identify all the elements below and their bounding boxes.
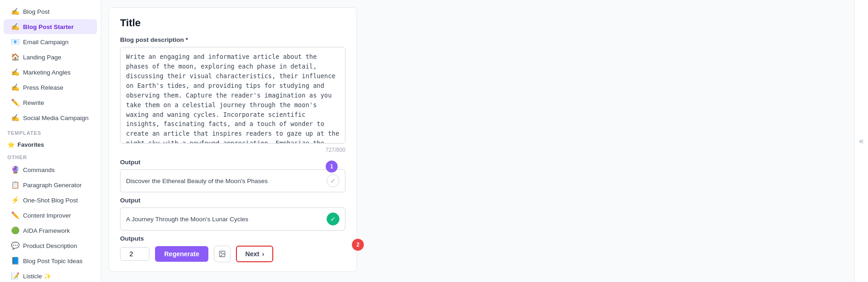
sidebar-item-content-improver[interactable]: ✏️ Content Improver [4,208,97,223]
sidebar-item-label-paragraph-generator: Paragraph Generator [23,182,82,189]
outputs-controls-row: Regenerate Next › [120,246,345,262]
listicle-icon: 📝 [11,272,19,280]
sidebar-item-email-campaign[interactable]: 📧 Email Campaign [4,35,97,49]
blog-post-icon: ✍️ [11,7,19,16]
output-row-1: Discover the Ethereal Beauty of the Moon… [120,169,345,192]
sidebar-item-label-email-campaign: Email Campaign [23,39,69,46]
product-description-icon: 💬 [11,242,19,250]
sidebar-item-one-shot-blog-post[interactable]: ⚡ One-Shot Blog Post [4,193,97,207]
paragraph-generator-icon: 📋 [11,181,19,189]
favorites-label: Favorites [17,141,44,148]
right-collapse-panel[interactable]: « [854,0,868,282]
output-label-1: Output [120,159,345,166]
outputs-label: Outputs [120,235,345,242]
char-count: 727/800 [120,147,345,153]
sidebar-item-label-product-description: Product Description [23,242,77,249]
image-icon-button[interactable] [214,246,230,262]
sidebar-item-label-blog-post-starter: Blog Post Starter [23,23,74,30]
sidebar-item-label-rewrite: Rewrite [23,99,44,106]
next-button[interactable]: Next › [236,246,273,262]
sidebar-item-marketing-angles[interactable]: ✍️ Marketing Angles [4,65,97,80]
one-shot-blog-post-icon: ⚡ [11,196,19,204]
email-campaign-icon: 📧 [11,38,19,46]
aida-framework-icon: 🟢 [11,226,19,235]
landing-page-icon: 🏠 [11,53,19,61]
other-section-label: Other [0,150,101,162]
step-badge-2: 2 [352,239,364,251]
marketing-angles-icon: ✍️ [11,68,19,76]
sidebar-item-paragraph-generator[interactable]: 📋 Paragraph Generator [4,178,97,192]
templates-section-label: TEMPLATES [0,126,101,138]
sidebar-item-social-media-campaign[interactable]: ✍️ Social Media Campaign [4,110,97,125]
sidebar-item-label-content-improver: Content Improver [23,212,71,219]
sidebar-item-label-social-media-campaign: Social Media Campaign [23,115,89,121]
output-check-btn-1[interactable]: ✓ [327,174,339,187]
blog-post-topic-ideas-icon: 📘 [11,257,19,265]
outputs-section: 2 Outputs Regenerate Next › [120,235,345,262]
sidebar-item-blog-post[interactable]: ✍️ Blog Post [4,4,97,19]
press-release-icon: ✍️ [11,83,19,92]
sidebar-item-label-blog-post-topic-ideas: Blog Post Topic Ideas [23,258,83,265]
sidebar-item-label-press-release: Press Release [23,84,63,91]
content-panel: Title Blog post description * 727/800 Ou… [109,7,357,272]
sidebar-item-commands[interactable]: 🔮 Commands [4,162,97,177]
output-text-1: Discover the Ethereal Beauty of the Moon… [126,178,327,184]
sidebar-item-label-aida-framework: AIDA Framework [23,227,70,234]
output-text-2: A Journey Through the Moon's Lunar Cycle… [126,216,327,223]
content-improver-icon: ✏️ [11,211,19,219]
sidebar-item-landing-page[interactable]: 🏠 Landing Page [4,50,97,64]
output-check-btn-2[interactable]: ✓ [327,213,339,225]
sidebar-item-aida-framework[interactable]: 🟢 AIDA Framework [4,223,97,238]
sidebar-item-label-blog-post: Blog Post [23,8,50,15]
next-arrow-icon: › [262,250,264,258]
sidebar-item-label-marketing-angles: Marketing Angles [23,69,71,76]
sidebar-item-product-description[interactable]: 💬 Product Description [4,238,97,253]
sidebar-item-label-landing-page: Landing Page [23,54,61,61]
description-field-label: Blog post description * [120,36,345,43]
output-row-2: A Journey Through the Moon's Lunar Cycle… [120,207,345,230]
step-badge-1: 1 [326,161,338,173]
outputs-number-input[interactable] [120,247,149,261]
sidebar-item-label-one-shot-blog-post: One-Shot Blog Post [23,197,78,204]
sidebar-item-blog-post-starter[interactable]: ✍️ Blog Post Starter [4,19,97,34]
next-button-label: Next [245,250,259,258]
page-title: Title [120,17,345,29]
sidebar-item-listicle[interactable]: 📝 Listicle ✨ [4,269,97,282]
sidebar: ✍️ Blog Post ✍️ Blog Post Starter 📧 Emai… [0,0,101,282]
sidebar-item-label-listicle: Listicle ✨ [23,272,52,280]
sidebar-item-press-release[interactable]: ✍️ Press Release [4,80,97,95]
blog-post-starter-icon: ✍️ [11,23,19,31]
favorites-star-icon: ⭐ [7,141,15,148]
svg-point-1 [221,253,222,253]
output-label-2: Output [120,197,345,204]
main-content: Title Blog post description * 727/800 Ou… [101,0,854,282]
rewrite-icon: ✏️ [11,98,19,107]
regenerate-button[interactable]: Regenerate [155,246,208,262]
collapse-icon: « [859,136,863,146]
favorites-section: ⭐ Favorites [0,138,101,150]
sidebar-item-label-commands: Commands [23,167,55,173]
sidebar-item-rewrite[interactable]: ✏️ Rewrite [4,95,97,110]
sidebar-item-blog-post-topic-ideas[interactable]: 📘 Blog Post Topic Ideas [4,253,97,268]
social-media-campaign-icon: ✍️ [11,114,19,122]
description-textarea[interactable] [120,47,345,144]
commands-icon: 🔮 [11,166,19,174]
